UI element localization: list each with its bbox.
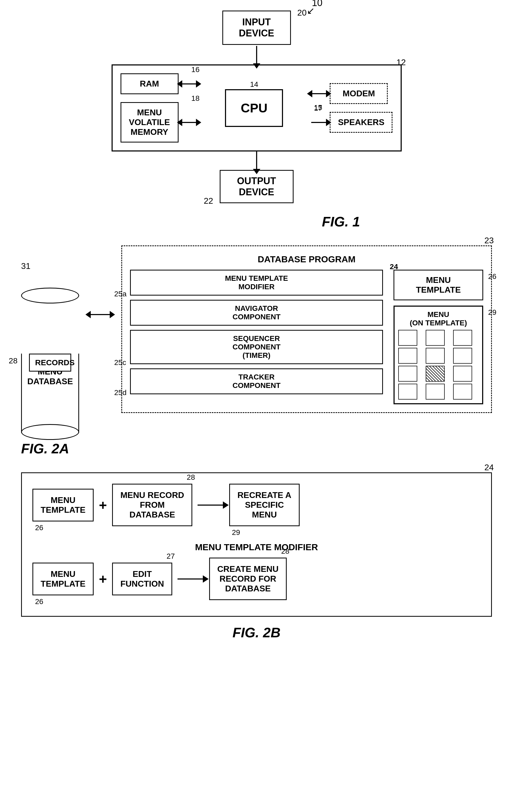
ram-cpu-arrow xyxy=(181,83,197,84)
grid-cell-2 xyxy=(426,330,445,346)
fig2b-row2-box2: EDIT FUNCTION xyxy=(112,562,172,596)
r1b2-label2: FROM xyxy=(140,500,164,510)
ref-12: 12 xyxy=(396,58,406,67)
records-label: RECORDS xyxy=(35,358,74,367)
ram-box: RAM xyxy=(121,74,179,94)
fig2a-title: FIG. 2A xyxy=(21,441,69,456)
grid-cell-10 xyxy=(398,384,417,400)
r2b3-label3: DATABASE xyxy=(225,584,271,593)
grid-cell-12 xyxy=(453,384,472,400)
fig2a-section: 31 MENU DATABASE xyxy=(21,245,492,457)
menu-template-label-2: TEMPLATE xyxy=(416,285,461,294)
database-program-box: 23 DATABASE PROGRAM 25a 24 MENU TEMPLATE… xyxy=(121,245,492,413)
ref-26: 26 xyxy=(488,272,496,281)
fig2b-row1: 26 MENU TEMPLATE + 28 MENU RECORD FROM D… xyxy=(32,484,481,526)
r1b3-label3: MENU xyxy=(252,510,277,519)
sequencer-component-box: SEQUENCER COMPONENT (TIMER) xyxy=(130,330,383,364)
menu-template-area: 26 MENU TEMPLATE 29 MENU (ON xyxy=(394,270,483,404)
cpu-modem-arrow xyxy=(311,93,327,94)
nvm-cpu-arrow xyxy=(181,122,197,123)
grid-cell-1 xyxy=(398,330,417,346)
cylinder-top xyxy=(21,288,79,303)
fig2b-row1-box1: MENU TEMPLATE xyxy=(32,489,94,521)
grid-cell-7 xyxy=(398,366,417,382)
ref-14: 14 xyxy=(250,80,258,89)
nvm-box: MENU VOLATILE MEMORY xyxy=(121,102,179,143)
r2b1-label1: MENU xyxy=(51,569,76,579)
arrow-computer-to-output xyxy=(256,151,257,170)
ref-16: 16 xyxy=(191,65,200,74)
menu-template-modifier-box: 24 MENU TEMPLATE MODIFIER xyxy=(130,270,383,295)
nav-label-2: COMPONENT xyxy=(233,313,281,321)
nvm-label-1: MENU xyxy=(137,108,162,117)
modem-box: MODEM xyxy=(330,83,388,104)
input-device-box: INPUT DEVICE xyxy=(222,10,291,45)
db-program-inner: 25a 24 MENU TEMPLATE MODIFIER NAVIGATOR xyxy=(130,270,483,404)
r1b3-label2: SPECIFIC xyxy=(245,500,284,510)
ref-17: 17 xyxy=(314,104,322,112)
tracker-label-1: TRACKER xyxy=(238,373,275,381)
cylinder-bottom xyxy=(21,424,79,440)
r1b2-label3: DATABASE xyxy=(129,510,175,519)
records-box: RECORDS xyxy=(29,354,71,372)
fig2b-row1-box3: RECREATE A SPECIFIC MENU xyxy=(229,484,299,526)
cpu-speakers-arrow xyxy=(311,122,327,123)
fig2b-row2-box3: CREATE MENU RECORD FOR DATABASE xyxy=(209,558,287,600)
r1b2-label1: MENU RECORD xyxy=(120,490,184,500)
speakers-row: SPEAKERS xyxy=(311,112,392,133)
grid-cell-11 xyxy=(426,384,445,400)
seq-label-1: SEQUENCER xyxy=(233,335,280,343)
ref-25a: 25a xyxy=(114,290,127,298)
mot-label-2: (ON TEMPLATE) xyxy=(410,319,467,327)
seq-label-2: COMPONENT xyxy=(233,343,281,351)
tracker-component-box: TRACKER COMPONENT xyxy=(130,368,383,394)
nvm-row: MENU VOLATILE MEMORY xyxy=(121,102,197,143)
input-device-label-line2: DEVICE xyxy=(239,28,274,38)
page-container: 20 INPUT DEVICE 10 ↙ 12 16 xyxy=(0,0,513,667)
fig1-title: FIG. 1 xyxy=(322,214,360,230)
ref-26-top: 26 xyxy=(35,524,43,532)
output-device-box: OUTPUT DEVICE xyxy=(220,170,294,203)
navigator-component-box: NAVIGATOR COMPONENT xyxy=(130,300,383,326)
input-device-label-line1: INPUT xyxy=(242,17,271,27)
components-list: 25a 24 MENU TEMPLATE MODIFIER NAVIGATOR xyxy=(130,270,383,404)
menu-grid xyxy=(398,330,478,400)
r1b1-label1: MENU xyxy=(51,495,76,505)
ref-28-bottom: 28 xyxy=(281,547,289,555)
speakers-box: SPEAKERS xyxy=(330,112,392,133)
ref-29-top: 29 xyxy=(232,528,240,537)
grid-cell-8-hatched xyxy=(426,366,445,382)
seq-label-3: (TIMER) xyxy=(243,351,271,359)
tracker-label-2: COMPONENT xyxy=(233,381,281,389)
ref-18: 18 xyxy=(191,94,200,103)
plus-sign-1: + xyxy=(99,497,107,513)
fig2b-section: 24 26 MENU TEMPLATE + 28 MENU RECORD FRO… xyxy=(21,472,492,640)
cpu-box: CPU xyxy=(225,89,283,127)
row2-arrow xyxy=(178,578,204,580)
fig2b-outer-box: 24 26 MENU TEMPLATE + 28 MENU RECORD FRO… xyxy=(21,472,492,617)
ram-row: RAM xyxy=(121,74,197,94)
ref-31: 31 xyxy=(21,261,31,271)
db-bidirectional-arrow xyxy=(90,314,111,315)
grid-cell-3 xyxy=(453,330,472,346)
output-device-label-1: OUTPUT xyxy=(237,175,276,186)
left-components: 16 RAM 18 MENU VOLA xyxy=(121,74,197,143)
right-components: 15 MODEM 17 SPEAKERS xyxy=(311,83,392,133)
ref-25c: 25c xyxy=(114,358,126,367)
output-device-label-2: DEVICE xyxy=(239,186,274,197)
menu-on-template-label: MENU (ON TEMPLATE) xyxy=(398,310,478,327)
menu-template-label-1: MENU xyxy=(426,275,451,285)
grid-cell-5 xyxy=(426,348,445,364)
menu-template-modifier-label: MENU TEMPLATE MODIFIER xyxy=(32,542,481,552)
ref-28-left: 28 xyxy=(9,356,18,365)
r2b2-label1: EDIT xyxy=(133,569,152,579)
fig1-section: 20 INPUT DEVICE 10 ↙ 12 16 xyxy=(21,10,492,230)
nvm-label-memory: MEMORY xyxy=(130,127,168,137)
fig2a-layout: 31 MENU DATABASE xyxy=(21,245,492,433)
main-computer-box: 12 16 RAM 18 xyxy=(112,64,402,151)
ref-23: 23 xyxy=(484,236,494,245)
cylinder-body: MENU DATABASE 28 RECORDS xyxy=(21,354,79,433)
nav-label-1: NAVIGATOR xyxy=(235,304,278,313)
arrow-10-indicator: ↙ xyxy=(307,5,315,17)
menu-grid-container: MENU (ON TEMPLATE) xyxy=(394,306,483,404)
